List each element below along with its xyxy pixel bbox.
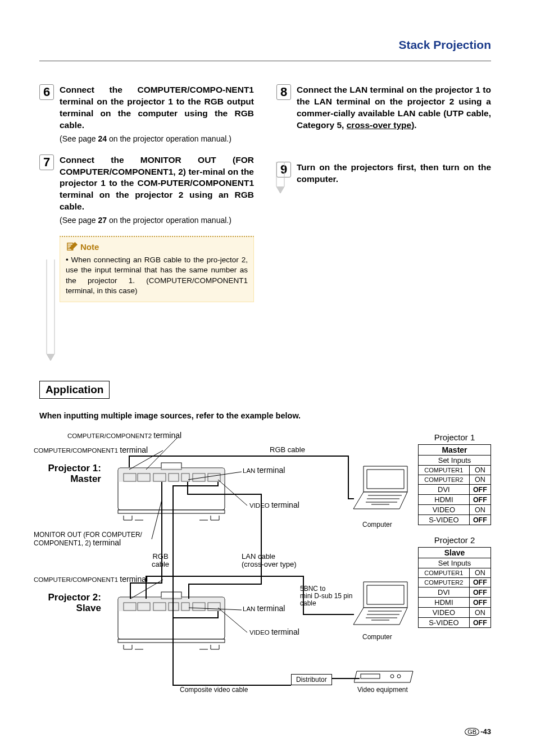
setting-value: OFF [469,588,490,598]
label-cc2-pre: COMPUTER/COMPONENT2 [67,432,153,439]
setting-value: OFF [469,495,490,505]
table-row: DVIOFF [419,588,491,598]
step-7-sub-a: (See page [60,216,98,225]
step-6: 6 Connect the COMPUTER/COMPO-NENT1 termi… [39,84,254,144]
note-text: • When connecting an RGB cable to the pr… [66,255,248,296]
step-8-bold: Connect the LAN terminal on the projecto… [297,85,491,130]
table-row: COMPUTER1ON [419,568,491,578]
table-caption-p1: Projector 1 [418,432,491,442]
label-cc2-word: terminal [153,431,181,440]
setting-value: OFF [469,485,490,495]
table-p1-header: Master [419,445,491,456]
left-column: 6 Connect the COMPUTER/COMPO-NENT1 termi… [39,84,254,302]
step-9-body: Turn on the projectors first, then turn … [297,162,491,185]
label-monitor-out: MONITOR OUT (FOR COMPUTER/ COMPONENT1, 2… [34,531,142,548]
label-cc1-terminal-2: COMPUTER/COMPONENT1 terminal [34,575,148,584]
setting-key: DVI [419,485,470,495]
right-column: 8 Connect the LAN terminal on the projec… [276,84,491,302]
label-lan-1-word: terminal [257,466,285,475]
setting-key: HDMI [419,598,470,608]
setting-key: COMPUTER1 [419,466,470,475]
setting-value: ON [469,608,490,618]
label-rgb-b: cable [152,560,169,568]
table-row: COMPUTER2OFF [419,578,491,588]
label-lan-cable-a: LAN cable [242,552,275,561]
setting-key: COMPUTER2 [419,475,470,485]
label-bnc-b: mini D-sub 15 pin [300,592,352,600]
step-6-sub-b: on the projector operation manual.) [107,134,231,143]
note-icon [66,242,78,252]
label-cc2-terminal: COMPUTER/COMPONENT2 terminal [67,431,181,440]
table-row: VIDEOON [419,505,491,515]
table-row: COMPUTER1ON [419,466,491,475]
label-rgb-cable-vertical: RGB cable [152,553,169,569]
page-number: -43 [480,727,491,736]
table-p2-subheader: Set Inputs [419,558,491,568]
label-video-equipment: Video equipment [357,686,408,694]
label-video-1-word: terminal [271,500,299,509]
label-projector-2-b: Slave [76,603,101,613]
header-divider [39,61,491,61]
step-6-bold: Connect the COMPUTER/COMPO-NENT1 termina… [60,85,254,130]
step-7-body: Connect the MONITOR OUT (FOR COMPUTER/CO… [60,154,254,226]
label-rgb-cable-top: RGB cable [270,446,305,454]
continuation-arrow-left-icon [45,259,56,361]
setting-value: ON [469,568,490,578]
label-computer-2: Computer [362,634,392,641]
setting-key: S-VIDEO [419,618,470,628]
label-rgb-a: RGB [152,552,168,561]
label-cc1-word: terminal [120,445,148,454]
settings-tables: Projector 1 Master Set Inputs COMPUTER1O… [418,432,491,638]
setting-value: ON [469,466,490,475]
note-label: Note [80,242,99,252]
setting-value: OFF [469,578,490,588]
setting-key: VIDEO [419,608,470,618]
step-6-page: 24 [98,134,107,143]
table-row: VIDEOON [419,608,491,618]
label-cc1-2-word: terminal [120,575,148,584]
label-cc1-pre: COMPUTER/COMPONENT1 [34,447,120,454]
table-caption-p2: Projector 2 [418,535,491,545]
table-row: S-VIDEOOFF [419,515,491,525]
label-monitor-out-a: MONITOR OUT (FOR COMPUTER/ [34,531,142,539]
application-heading: Application [39,381,110,399]
step-8: 8 Connect the LAN terminal on the projec… [276,84,491,131]
setting-key: HDMI [419,495,470,505]
label-video-2-word: terminal [271,627,299,636]
step-6-sub-a: (See page [60,134,98,143]
step-8-underline: cross-over type [347,120,411,130]
label-bnc-a: 5BNC to [300,585,325,593]
label-monitor-out-b-word: terminal [93,538,121,547]
label-lan-1-pre: LAN [243,467,257,474]
setting-key: VIDEO [419,505,470,515]
label-lan-2-pre: LAN [243,605,257,612]
label-computer-1: Computer [362,521,392,529]
step-8-bold-b: ). [411,120,416,130]
label-video-1-pre: VIDEO [249,502,271,509]
step-6-body: Connect the COMPUTER/COMPO-NENT1 termina… [60,84,254,144]
step-7-bold: Connect the MONITOR OUT (FOR COMPUTER/CO… [60,155,254,212]
setting-key: COMPUTER1 [419,568,470,578]
page-title: Stack Projection [398,38,491,52]
label-video-terminal-1: VIDEO terminal [249,501,299,509]
step-number-8: 8 [276,84,291,100]
label-cc1-terminal: COMPUTER/COMPONENT1 terminal [34,446,148,454]
setting-value: ON [469,505,490,515]
label-lan-terminal-2: LAN terminal [243,604,285,613]
label-bnc-c: cable [300,599,316,607]
label-bnc: 5BNC to mini D-sub 15 pin cable [300,585,352,608]
page-footer: GB -43 [465,727,491,736]
setting-key: S-VIDEO [419,515,470,525]
setting-value: ON [469,475,490,485]
step-number-7: 7 [39,154,54,170]
label-video-2-pre: VIDEO [249,629,271,636]
step-7: 7 Connect the MONITOR OUT (FOR COMPUTER/… [39,154,254,226]
table-p1-subheader: Set Inputs [419,456,491,466]
step-6-sub: (See page 24 on the projector operation … [60,134,254,144]
table-row: HDMIOFF [419,495,491,505]
label-projector-2-a: Projector 2: [48,592,101,603]
table-p2-header: Slave [419,548,491,558]
table-row: S-VIDEOOFF [419,618,491,628]
label-video-terminal-2: VIDEO terminal [249,628,299,636]
table-projector-2: Slave Set Inputs COMPUTER1ONCOMPUTER2OFF… [418,547,491,628]
